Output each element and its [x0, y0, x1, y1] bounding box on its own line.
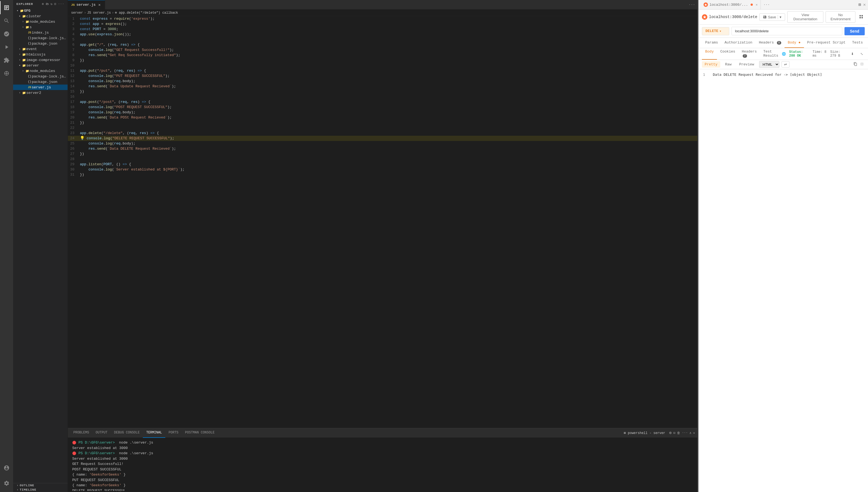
format-raw[interactable]: Raw	[722, 61, 734, 68]
postman-tab-close[interactable]: ✕	[755, 3, 758, 7]
tab-close-btn[interactable]: ✕	[97, 3, 101, 7]
postman-request-favicon	[702, 14, 708, 20]
save-response-btn[interactable]: ⬇	[849, 51, 855, 57]
sidebar-item-event[interactable]: › 📁 event	[13, 46, 68, 52]
settings-activity-item[interactable]	[0, 477, 13, 490]
new-folder-icon[interactable]: 🗁	[46, 2, 49, 6]
method-arrow: ▾	[719, 29, 722, 33]
code-line-31: 31})	[68, 172, 697, 177]
sidebar-item-pkg-2[interactable]: › {} package.json	[13, 79, 68, 84]
new-terminal-btn[interactable]: ⊕	[669, 430, 672, 436]
new-file-icon[interactable]: ⊕	[42, 2, 44, 6]
sidebar-item-cluster[interactable]: ▾ 📁 cluster	[13, 14, 68, 19]
run-activity-item[interactable]	[0, 41, 13, 54]
format-pretty[interactable]: Pretty	[702, 61, 720, 68]
sidebar-item-s[interactable]: › 📁 s	[13, 24, 68, 30]
postman-tab-bar: localhost:3000/... ✕ ··· ⊞ ✕	[699, 0, 868, 9]
server-chevron: ▾	[18, 64, 22, 67]
body-tab-body[interactable]: Body	[702, 48, 717, 60]
format-preview[interactable]: Preview	[736, 61, 757, 68]
tab-server-js[interactable]: JS server.js ✕	[68, 0, 105, 9]
nav-tab-params[interactable]: Params	[702, 38, 721, 48]
terminal-line-6: POST REQUEST SUCCESSFUL	[72, 467, 693, 472]
sidebar-item-server2[interactable]: › 📁 server2	[13, 90, 68, 96]
htmlcssjs-label: htmlcssjs	[26, 52, 45, 57]
url-input[interactable]	[731, 27, 842, 35]
wrap-btn[interactable]: ⇌	[782, 61, 790, 68]
close-postman-btn[interactable]: ✕	[863, 2, 866, 7]
code-line-28: 28	[68, 156, 697, 162]
ports-tab[interactable]: PORTS	[165, 428, 182, 438]
response-copy-actions	[853, 61, 865, 68]
breadcrumb-server: server	[71, 11, 83, 15]
code-editor[interactable]: 1const express = require('express'); 2co…	[68, 16, 697, 428]
sidebar-timeline[interactable]: › TIMELINE	[13, 488, 68, 492]
body-tab-headers[interactable]: Headers 7	[739, 48, 760, 60]
image-compressor-chevron: ›	[18, 58, 22, 62]
expand-response-btn[interactable]	[859, 61, 865, 68]
method-selector[interactable]: DELETE ▾	[702, 27, 729, 35]
maximize-btn[interactable]: ⤡	[859, 51, 865, 57]
save-dropdown-arrow[interactable]: ▾	[778, 15, 782, 19]
sidebar-outline[interactable]: › OUTLINE	[13, 483, 68, 488]
accounts-activity-item[interactable]	[0, 461, 13, 474]
split-view-icon[interactable]: ⊞	[859, 2, 861, 7]
format-type-select[interactable]: HTML JSON Text	[759, 61, 779, 68]
extensions-activity-item[interactable]	[0, 54, 13, 67]
nav-tab-settings[interactable]: Settings	[866, 38, 868, 48]
postman-tab-item[interactable]: localhost:3000/... ✕	[701, 0, 761, 9]
code-line-24: 24💡 console.log("DELETE REQUEST SUCCESSF…	[68, 136, 697, 141]
more-icon[interactable]: ···	[58, 2, 64, 6]
git-activity-item[interactable]	[0, 27, 13, 41]
code-line-11: 11app.put("/put", (req, res) => {	[68, 68, 697, 73]
sidebar-item-node-modules-2[interactable]: › 📁 node_modules	[13, 68, 68, 74]
panel-collapse-btn[interactable]: ∧	[690, 431, 692, 435]
gfg-folder-icon: 📁	[20, 8, 24, 13]
sidebar-item-gfg-root[interactable]: ▾ 📁 GFG	[13, 8, 68, 14]
sidebar-item-index-js[interactable]: › JS index.js	[13, 30, 68, 35]
terminal-content[interactable]: ⬤ PS D:\GFG\server> node .\server.js Ser…	[68, 438, 697, 491]
sidebar-header-icons[interactable]: ⊕ 🗁 ↻ ⊟ ···	[42, 2, 64, 6]
search-activity-item[interactable]	[0, 14, 13, 27]
sidebar-item-image-compressor[interactable]: › 📁 image-compressor	[13, 57, 68, 63]
no-environment-btn[interactable]: No Environment	[825, 11, 855, 23]
postman-nav-tabs: Params Authorization Headers 9 Body ● Pr…	[699, 38, 868, 48]
nav-tab-body[interactable]: Body ●	[785, 38, 804, 48]
sidebar-item-server[interactable]: ▾ 📁 server	[13, 63, 68, 68]
sidebar-item-server-js[interactable]: › JS server.js	[13, 84, 68, 90]
debug-console-tab[interactable]: DEBUG CONSOLE	[111, 428, 143, 438]
sidebar-item-pkg-lock-1[interactable]: › {} package-lock.json	[13, 35, 68, 41]
split-terminal-btn[interactable]: ⊟	[673, 431, 675, 435]
environment-grid-btn[interactable]	[858, 13, 865, 21]
problems-tab[interactable]: PROBLEMS	[70, 428, 93, 438]
view-docs-button[interactable]: View Documentation	[787, 11, 823, 23]
sidebar-item-pkg-1[interactable]: › {} package.json	[13, 41, 68, 46]
sidebar-item-node-modules-1[interactable]: › 📁 node_modules	[13, 19, 68, 24]
nav-tab-headers[interactable]: Headers 9	[755, 38, 784, 48]
body-tab-cookies[interactable]: Cookies	[717, 48, 739, 60]
remote-activity-item[interactable]	[0, 67, 13, 80]
panel-close-btn[interactable]: ✕	[693, 431, 695, 435]
postman-tab-more[interactable]: ···	[762, 3, 771, 7]
node-modules-1-label: node_modules	[29, 20, 55, 24]
nav-tab-pre-request[interactable]: Pre-request Script	[804, 38, 849, 48]
output-tab[interactable]: OUTPUT	[93, 428, 111, 438]
save-button[interactable]: Save ▾	[759, 14, 785, 21]
refresh-icon[interactable]: ↻	[51, 2, 53, 6]
nav-tab-authorization[interactable]: Authorization	[721, 38, 755, 48]
nav-tab-tests[interactable]: Tests	[849, 38, 866, 48]
terminal-tab[interactable]: TERMINAL	[143, 428, 165, 438]
terminal-line-1: ⬤ PS D:\GFG\server> node .\server.js	[72, 440, 693, 445]
body-tab-test-results[interactable]: Test Results	[760, 48, 782, 60]
postman-console-tab[interactable]: POSTMAN CONSOLE	[182, 428, 218, 438]
panel-more-btn[interactable]: ···	[682, 431, 688, 435]
tab-more-btn[interactable]: ···	[687, 3, 697, 7]
sidebar-item-pkg-lock-2[interactable]: › {} package-lock.json	[13, 74, 68, 79]
code-line-23: 23app.delete("/delete", (req, res) => {	[68, 130, 697, 136]
copy-response-btn[interactable]	[853, 61, 858, 68]
collapse-icon[interactable]: ⊟	[54, 2, 57, 6]
explorer-activity-item[interactable]	[0, 1, 13, 14]
sidebar-item-htmlcssjs[interactable]: › 📁 htmlcssjs	[13, 52, 68, 57]
send-button[interactable]: Send	[844, 27, 865, 35]
kill-terminal-btn[interactable]: 🗑	[677, 431, 680, 435]
